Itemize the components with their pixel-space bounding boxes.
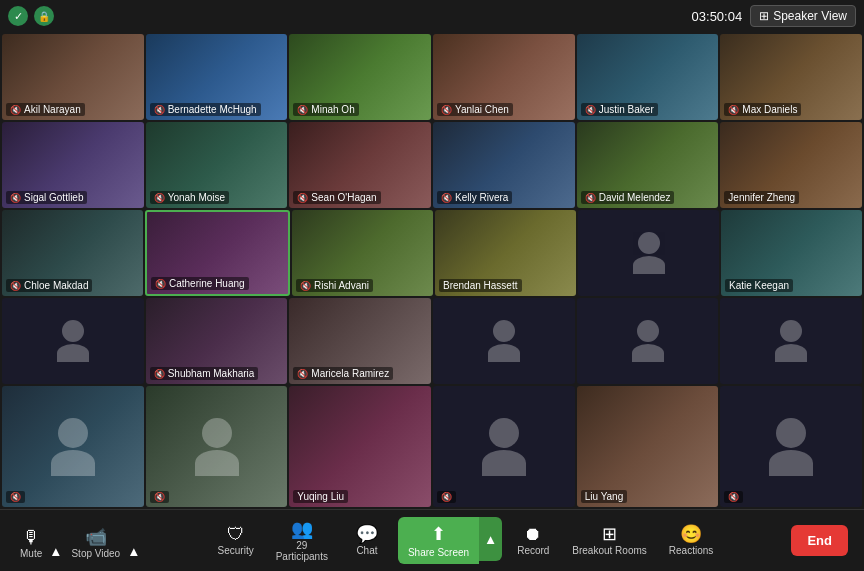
person-silhouette7 xyxy=(195,418,239,476)
video-cell-rishi[interactable]: 🔇 Rishi Advani xyxy=(292,210,433,296)
share-screen-label: Share Screen xyxy=(408,547,469,558)
video-cell-minah[interactable]: 🔇 Minah Oh xyxy=(289,34,431,120)
mute-icon: 🔇 xyxy=(441,105,452,115)
video-cell-person-lg2[interactable]: 🔇 xyxy=(146,386,288,507)
share-screen-button[interactable]: ⬆ Share Screen xyxy=(398,517,479,564)
mute-icon: 🔇 xyxy=(728,105,739,115)
share-screen-icon: ⬆ xyxy=(431,523,446,545)
video-label: Stop Video xyxy=(71,548,120,559)
mute-icon: 🔇 xyxy=(297,105,308,115)
lock-icon: 🔒 xyxy=(34,6,54,26)
mute-arrow-button[interactable]: ▲ xyxy=(46,519,65,563)
participant-name-empty2: 🔇 xyxy=(150,491,169,503)
person-silhouette2 xyxy=(57,320,89,362)
mute-icon: 🔇 xyxy=(297,369,308,379)
participant-name-david: 🔇 David Melendez xyxy=(581,191,675,204)
video-cell-maricela[interactable]: 🔇 Maricela Ramirez xyxy=(289,298,431,384)
mute-icon: 🔇 xyxy=(10,105,21,115)
mute-button[interactable]: 🎙 Mute xyxy=(16,524,46,563)
video-cell-katie[interactable]: Katie Keegan xyxy=(721,210,862,296)
mute-icon: 🔇 xyxy=(10,281,21,291)
mute-group: 🎙 Mute ▲ xyxy=(16,519,65,563)
video-cell-brendan[interactable]: Brendan Hassett xyxy=(435,210,576,296)
video-cell-akil[interactable]: 🔇 Akil Narayan xyxy=(2,34,144,120)
breakout-rooms-button[interactable]: ⊞ Breakout Rooms xyxy=(564,521,654,560)
video-cell-empty2[interactable] xyxy=(2,298,144,384)
share-screen-group: ⬆ Share Screen ▲ xyxy=(398,517,502,564)
participant-name-rishi: 🔇 Rishi Advani xyxy=(296,279,373,292)
video-cell-shubham[interactable]: 🔇 Shubham Makharia xyxy=(146,298,288,384)
video-cell-empty3[interactable] xyxy=(433,298,575,384)
mute-icon: 🔇 xyxy=(154,369,165,379)
grid-row-2: 🔇 Sigal Gottlieb 🔇 Yonah Moise 🔇 Sean O'… xyxy=(2,122,862,208)
video-cell-jennifer[interactable]: Jennifer Zheng xyxy=(720,122,862,208)
video-cell-empty5[interactable] xyxy=(720,298,862,384)
participants-label: 29 Participants xyxy=(276,540,328,562)
video-cell-kelly[interactable]: 🔇 Kelly Rivera xyxy=(433,122,575,208)
participant-name-sean: 🔇 Sean O'Hagan xyxy=(293,191,380,204)
grid-row-5: 🔇 🔇 Yuqing Liu xyxy=(2,386,862,507)
video-cell-empty7[interactable]: 🔇 xyxy=(720,386,862,507)
video-cell-empty6[interactable]: 🔇 xyxy=(433,386,575,507)
end-button[interactable]: End xyxy=(791,525,848,556)
record-button[interactable]: ⏺ Record xyxy=(508,521,558,560)
toolbar: 🎙 Mute ▲ 📹 Stop Video ▲ 🛡 Security 👥 29 … xyxy=(0,509,864,571)
video-cell-max[interactable]: 🔇 Max Daniels xyxy=(720,34,862,120)
grid-rows: 🔇 Akil Narayan 🔇 Bernadette McHugh 🔇 Min… xyxy=(2,34,862,507)
video-cell-empty4[interactable] xyxy=(577,298,719,384)
video-cell-chloe[interactable]: 🔇 Chloe Makdad xyxy=(2,210,143,296)
participant-name-yanlai: 🔇 Yanlai Chen xyxy=(437,103,513,116)
chat-label: Chat xyxy=(356,545,377,556)
video-cell-liuyang[interactable]: Liu Yang xyxy=(577,386,719,507)
mute-icon: 🔇 xyxy=(154,193,165,203)
video-cell-yanlai[interactable]: 🔇 Yanlai Chen xyxy=(433,34,575,120)
participant-name-akil: 🔇 Akil Narayan xyxy=(6,103,85,116)
person-silhouette4 xyxy=(632,320,664,362)
person-silhouette xyxy=(633,232,665,274)
share-screen-arrow-button[interactable]: ▲ xyxy=(479,517,502,561)
participant-name-empty4: 🔇 xyxy=(724,491,743,503)
breakout-icon: ⊞ xyxy=(602,525,617,543)
video-cell-bernadette[interactable]: 🔇 Bernadette McHugh xyxy=(146,34,288,120)
speaker-view-button[interactable]: ⊞ Speaker View xyxy=(750,5,856,27)
participant-name-empty1: 🔇 xyxy=(6,491,25,503)
video-cell-david[interactable]: 🔇 David Melendez xyxy=(577,122,719,208)
participant-name-katie: Katie Keegan xyxy=(725,279,793,292)
participants-count: 29 xyxy=(296,540,307,551)
video-cell-sigal[interactable]: 🔇 Sigal Gottlieb xyxy=(2,122,144,208)
mute-icon: 🔇 xyxy=(10,193,21,203)
participant-name-catherine: 🔇 Catherine Huang xyxy=(151,277,249,290)
video-cell-person-lg1[interactable]: 🔇 xyxy=(2,386,144,507)
mute-icon: 🔇 xyxy=(297,193,308,203)
reactions-button[interactable]: 😊 Reactions xyxy=(661,521,721,560)
stop-video-button[interactable]: 📹 Stop Video xyxy=(67,524,124,563)
video-arrow-button[interactable]: ▲ xyxy=(124,519,143,563)
participants-icon: 👥 xyxy=(291,520,313,538)
mute-icon: 🔇 xyxy=(728,492,739,502)
video-grid: 🔇 Akil Narayan 🔇 Bernadette McHugh 🔇 Min… xyxy=(0,32,864,509)
participant-name-minah: 🔇 Minah Oh xyxy=(293,103,358,116)
participant-name-chloe: 🔇 Chloe Makdad xyxy=(6,279,92,292)
participant-name-empty3: 🔇 xyxy=(437,491,456,503)
video-cell-justin[interactable]: 🔇 Justin Baker xyxy=(577,34,719,120)
participant-name-brendan: Brendan Hassett xyxy=(439,279,522,292)
security-button[interactable]: 🛡 Security xyxy=(210,521,262,560)
top-bar-right: 03:50:04 ⊞ Speaker View xyxy=(692,5,856,27)
chat-button[interactable]: 💬 Chat xyxy=(342,521,392,560)
reactions-icon: 😊 xyxy=(680,525,702,543)
participant-name-max: 🔇 Max Daniels xyxy=(724,103,801,116)
security-icon: 🛡 xyxy=(227,525,245,543)
participant-name-liuyang: Liu Yang xyxy=(581,490,628,503)
video-cell-yonah[interactable]: 🔇 Yonah Moise xyxy=(146,122,288,208)
video-cell-empty1[interactable] xyxy=(578,210,719,296)
participant-name-justin: 🔇 Justin Baker xyxy=(581,103,658,116)
record-label: Record xyxy=(517,545,549,556)
video-cell-catherine[interactable]: 🔇 Catherine Huang xyxy=(145,210,290,296)
participant-name-yuqing: Yuqing Liu xyxy=(293,490,348,503)
person-silhouette3 xyxy=(488,320,520,362)
video-cell-sean[interactable]: 🔇 Sean O'Hagan xyxy=(289,122,431,208)
mute-icon: 🔇 xyxy=(585,105,596,115)
video-cell-yuqing[interactable]: Yuqing Liu xyxy=(289,386,431,507)
participants-button[interactable]: 👥 29 Participants xyxy=(268,516,336,566)
video-group: 📹 Stop Video ▲ xyxy=(67,519,143,563)
